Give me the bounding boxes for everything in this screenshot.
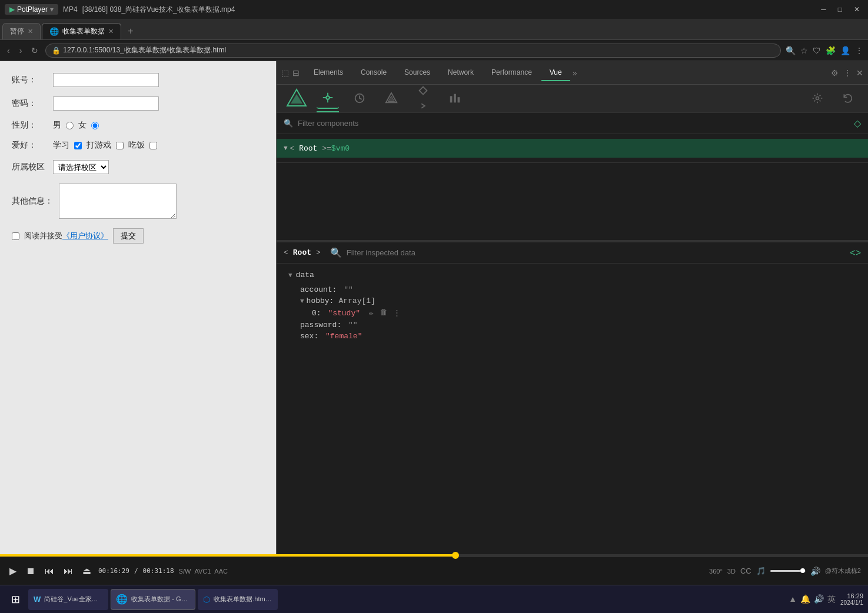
w-app-icon: W — [34, 595, 41, 604]
search-icon[interactable]: 🔍 — [786, 46, 796, 55]
components-filter-input[interactable] — [298, 119, 849, 128]
mode-360[interactable]: 360° — [709, 568, 723, 575]
tab-form-close[interactable]: ✕ — [108, 28, 114, 35]
extension-icon[interactable]: 🛡 — [813, 46, 821, 55]
mode-3d[interactable]: 3D — [727, 568, 736, 575]
chrome-app-label: 收集表单数据 - Goo... — [131, 595, 190, 604]
data-section-header[interactable]: ▼ data — [288, 271, 856, 279]
new-tab-button[interactable]: + — [122, 23, 139, 39]
devtools-inspect-icon[interactable]: ⬚ — [281, 68, 289, 78]
tab-network[interactable]: Network — [440, 65, 482, 81]
root-component-item[interactable]: ▼ < Root > = $vm0 — [277, 139, 868, 158]
vuex-icon — [353, 92, 366, 105]
volume-slider[interactable] — [770, 570, 806, 572]
hobby-games-label: 打游戏 — [87, 140, 111, 151]
audio-icon[interactable]: 🎵 — [756, 567, 766, 575]
tab-elements[interactable]: Elements — [305, 65, 351, 81]
elements-label: Elements — [314, 68, 343, 76]
window-restore-button[interactable]: □ — [834, 4, 846, 15]
start-button[interactable]: ⊞ — [5, 589, 26, 610]
window-minimize-button[interactable]: ─ — [817, 4, 830, 15]
devtools-close-icon[interactable]: ✕ — [856, 68, 863, 78]
devtools-menu-icon[interactable]: ⋮ — [843, 68, 852, 78]
user-agreement-link[interactable]: 《用户协议》 — [62, 231, 108, 240]
hobby-games-checkbox[interactable] — [116, 142, 124, 149]
notification-icon[interactable]: 🔔 — [800, 594, 810, 605]
window-close-button[interactable]: ✕ — [850, 4, 863, 15]
puzzle-icon[interactable]: 🧩 — [826, 46, 836, 55]
next-button[interactable]: ⏭ — [61, 565, 75, 578]
stop-button[interactable]: ⏹ — [24, 565, 38, 578]
vue-tool-events[interactable] — [380, 89, 403, 108]
nav-forward-button[interactable]: › — [17, 45, 25, 56]
more-tabs-button[interactable]: » — [573, 68, 577, 78]
subtitle-icon[interactable]: CC — [740, 567, 751, 575]
vue-tool-performance[interactable] — [444, 89, 466, 108]
tab-paused-close[interactable]: ✕ — [28, 28, 33, 35]
tray-arrow[interactable]: ▲ — [789, 594, 797, 605]
other-textarea[interactable] — [59, 184, 177, 219]
eject-button[interactable]: ⏏ — [80, 564, 94, 578]
taskbar-right: ▲ 🔔 🔊 英 16:29 2024/1/1 — [789, 592, 863, 606]
more-icon[interactable]: ⋮ — [855, 46, 863, 55]
nav-refresh-button[interactable]: ↻ — [29, 45, 41, 56]
w-app-label: 尚硅谷_Vue全家桶.d... — [44, 595, 103, 604]
gender-male-radio[interactable] — [66, 122, 74, 129]
taskbar-app-chrome[interactable]: 🌐 收集表单数据 - Goo... — [111, 589, 195, 610]
taskbar-app-vscode[interactable]: ⬡ 收集表单数据.html -... — [198, 589, 278, 610]
tab-console[interactable]: Console — [352, 65, 395, 81]
campus-select[interactable]: 请选择校区 北京 上海 深圳 成都 — [53, 160, 109, 174]
volume-tray-icon[interactable]: 🔊 — [814, 594, 824, 605]
brand-dropdown[interactable]: ▾ — [50, 5, 54, 14]
vue-tool-routing[interactable] — [412, 82, 434, 116]
more-options-icon[interactable]: ⋮ — [391, 308, 403, 318]
progress-bar-row[interactable] — [0, 554, 868, 557]
tab-form[interactable]: 🌐 收集表单数据 ✕ — [42, 23, 121, 39]
hobby-arrow: ▼ — [300, 298, 304, 305]
data-hobby-header[interactable]: ▼ hobby: Array[1] — [288, 295, 856, 306]
address-bar[interactable]: 🔒 127.0.0.1:5500/13_收集表单数据/收集表单数据.html — [45, 44, 781, 58]
devtools-settings-icon[interactable]: ⚙ — [831, 68, 839, 78]
account-input[interactable] — [53, 73, 159, 87]
vue-tool-settings[interactable] — [807, 90, 828, 108]
network-label: Network — [448, 68, 474, 76]
language-icon[interactable]: 英 — [827, 594, 836, 605]
progress-knob[interactable] — [452, 552, 459, 559]
tab-paused[interactable]: 暂停 ✕ — [2, 23, 41, 39]
delete-icon[interactable]: 🗑 — [378, 308, 389, 318]
gender-label: 性别： — [12, 120, 47, 131]
performance-label: Performance — [491, 68, 532, 76]
prev-button[interactable]: ⏮ — [42, 565, 56, 578]
hobby-study-checkbox[interactable] — [74, 142, 82, 149]
gender-female-radio[interactable] — [91, 122, 99, 129]
hobby-0-actions: ✏ 🗑 ⋮ — [367, 308, 403, 318]
volume-icon[interactable]: 🔊 — [810, 567, 820, 576]
tab-sources[interactable]: Sources — [396, 65, 438, 81]
submit-button[interactable]: 提交 — [113, 228, 144, 244]
agree-checkbox[interactable] — [12, 232, 19, 240]
content-area: 账号： 密码： 性别： 男 女 — [0, 61, 868, 554]
nav-back-button[interactable]: ‹ — [5, 45, 12, 56]
vue-tool-components[interactable] — [317, 89, 339, 109]
devtools-responsive-icon[interactable]: ⊟ — [292, 68, 300, 78]
hobby-food-checkbox[interactable] — [149, 142, 157, 149]
password-label: 密码： — [12, 98, 47, 109]
code-view-icon[interactable]: <> — [850, 248, 861, 258]
taskbar-app-w[interactable]: W 尚硅谷_Vue全家桶.d... — [28, 589, 108, 610]
password-input[interactable] — [53, 96, 159, 111]
edit-icon[interactable]: ✏ — [367, 308, 375, 318]
inspected-filter-input[interactable] — [347, 248, 845, 257]
vue-tool-vuex[interactable] — [348, 89, 371, 108]
clock-date: 2024/1/1 — [840, 599, 863, 606]
tab-vue[interactable]: Vue — [541, 65, 570, 81]
profile-icon[interactable]: 👤 — [840, 46, 850, 55]
system-clock[interactable]: 16:29 2024/1/1 — [840, 592, 863, 606]
bookmark-icon[interactable]: ☆ — [800, 46, 808, 55]
play-button[interactable]: ▶ — [7, 564, 19, 578]
vue-tool-refresh[interactable] — [837, 90, 859, 108]
filter-diamond-icon[interactable]: ◇ — [854, 118, 861, 129]
filter-search-icon: 🔍 — [284, 119, 293, 128]
agree-prefix: 阅读并接受 — [24, 231, 62, 240]
app-brand[interactable]: ▶ PotPlayer ▾ — [5, 4, 58, 15]
tab-performance[interactable]: Performance — [483, 65, 540, 81]
